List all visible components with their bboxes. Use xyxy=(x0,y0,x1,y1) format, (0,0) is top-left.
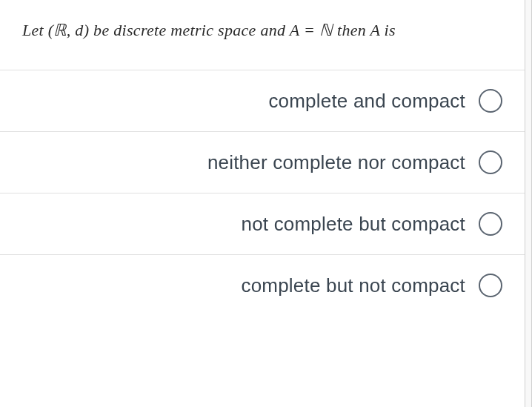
radio-icon[interactable] xyxy=(479,274,502,297)
option-label: not complete but compact xyxy=(241,213,465,236)
option-row[interactable]: neither complete nor compact xyxy=(0,131,525,193)
question-prefix: Let ( xyxy=(22,21,53,39)
question-mid1: , d) be discrete metric space and A = xyxy=(67,21,319,39)
content-area: Let (ℝ, d) be discrete metric space and … xyxy=(0,0,525,407)
option-label: complete and compact xyxy=(268,90,465,113)
option-label: neither complete nor compact xyxy=(207,151,465,174)
question-text: Let (ℝ, d) be discrete metric space and … xyxy=(0,0,525,70)
options-list: complete and compact neither complete no… xyxy=(0,70,525,316)
option-row[interactable]: not complete but compact xyxy=(0,193,525,254)
natural-symbol: ℕ xyxy=(319,21,333,39)
option-row[interactable]: complete and compact xyxy=(0,70,525,131)
quiz-container: Let (ℝ, d) be discrete metric space and … xyxy=(0,0,532,407)
radio-icon[interactable] xyxy=(479,89,502,113)
option-row[interactable]: complete but not compact xyxy=(0,254,525,316)
real-symbol: ℝ xyxy=(53,21,66,39)
question-suffix: then A is xyxy=(333,21,396,39)
radio-icon[interactable] xyxy=(479,212,502,236)
radio-icon[interactable] xyxy=(479,150,502,174)
option-label: complete but not compact xyxy=(241,274,465,297)
scrollbar-track[interactable] xyxy=(525,0,532,407)
